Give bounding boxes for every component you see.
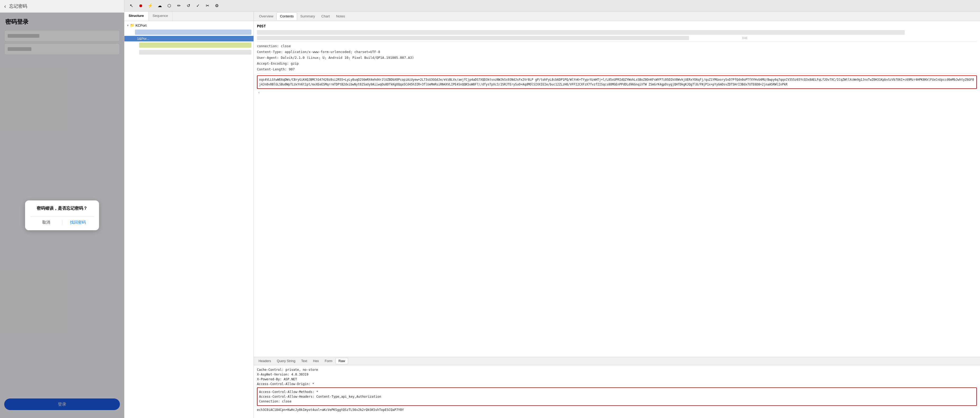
tree-item-selected[interactable]: 1&Por... <box>124 36 253 41</box>
request-url-blurred <box>257 30 905 35</box>
detail-panel: Overview Contents Summary Chart Notes PO… <box>254 12 980 418</box>
resp-cors-headers: Access-Control-Allow-Headers: Content-Ty… <box>259 394 975 399</box>
refresh-icon[interactable]: ↺ <box>185 2 192 10</box>
stop-icon[interactable]: ⬡ <box>165 2 173 10</box>
resp-header-cache: Cache-Control: private, no-store <box>257 367 977 372</box>
page-title: 忘记密码 <box>9 3 27 9</box>
mobile-content: 密码登录 密码错误，是否忘记密码？ 取消 找回密码 登录 <box>0 13 124 418</box>
resp-cors-methods: Access-Control-Allow-Methods: * <box>259 390 975 394</box>
sub-tabs-bar: Headers Query String Text Hex Form Raw <box>254 357 980 365</box>
tab-chart[interactable]: Chart <box>318 13 333 20</box>
request-body-highlighted: xqs4VLLGtwWE6qDWs/CBryGiK4QJBMCtG47420z8… <box>257 75 977 89</box>
settings-icon[interactable]: ⚙ <box>213 2 221 10</box>
sub-tab-text[interactable]: Text <box>298 358 310 364</box>
tab-structure[interactable]: Structure <box>124 12 148 21</box>
tree-tabs: Structure Sequence <box>124 12 253 21</box>
tab-overview[interactable]: Overview <box>256 13 277 20</box>
tab-contents[interactable]: Contents <box>277 13 297 20</box>
dialog-message: 密码错误，是否忘记密码？ <box>30 206 94 211</box>
expand-icon: ▼ <box>126 24 129 27</box>
capture-icon[interactable]: ⚡ <box>146 2 154 10</box>
header-content-type: Content-Type: application/x-www-form-url… <box>257 49 977 55</box>
tab-notes[interactable]: Notes <box>333 13 348 20</box>
sub-tab-query-string[interactable]: Query String <box>274 358 298 364</box>
tools-icon[interactable]: ✂ <box>204 2 211 10</box>
pointer-icon[interactable]: ↖ <box>127 2 135 10</box>
cancel-button[interactable]: 取消 <box>30 220 62 225</box>
back-button[interactable]: ‹ <box>4 3 6 9</box>
header-user-agent: User-Agent: Dalvik/2.1.0 (Linux; U; Andr… <box>257 55 977 60</box>
tree-label-kcport: KCPort <box>135 24 146 27</box>
tree-label-selected: 1&Por... <box>137 36 149 41</box>
response-body: ech3C0iAC184Cpn+KwHcJy0kImyot4uxl+aKcVeP… <box>257 407 977 412</box>
tree-panel: Structure Sequence ▼ 📁 KCPort <box>124 12 254 418</box>
scroll-left-icon[interactable]: ‹ <box>257 90 261 95</box>
right-panel: ↖ ⏺ ⚡ ☁ ⬡ ✏ ↺ ✓ ✂ ⚙ Structure Sequence ▼… <box>124 0 980 418</box>
tree-item-root[interactable]: ▼ 📁 KCPort <box>124 22 253 28</box>
left-panel: ‹ 忘记密码 密码登录 密码错误，是否忘记密码？ 取消 找回密码 登录 <box>0 0 124 418</box>
header-accept-encoding: Accept-Encoding: gzip <box>257 61 977 66</box>
resp-header-aspnet: X-AspNet-Version: 4.0.30319 <box>257 372 977 377</box>
tab-sequence[interactable]: Sequence <box>148 12 173 21</box>
dialog-buttons: 取消 找回密码 <box>30 217 94 225</box>
pen-icon[interactable]: ✏ <box>175 2 183 10</box>
dialog-box: 密码错误，是否忘记密码？ 取消 找回密码 <box>25 200 99 230</box>
inspector-body: Structure Sequence ▼ 📁 KCPort <box>124 12 980 418</box>
check-icon[interactable]: ✓ <box>194 2 202 10</box>
sub-tab-form[interactable]: Form <box>322 358 335 364</box>
cloud-icon[interactable]: ☁ <box>156 2 164 10</box>
resp-header-powered: X-Powered-By: ASP.NET <box>257 377 977 382</box>
mobile-header: ‹ 忘记密码 <box>0 0 124 13</box>
http-method: POST <box>257 23 977 29</box>
header-connection: connection: close <box>257 44 977 49</box>
detail-tabs: Overview Contents Summary Chart Notes <box>254 12 980 21</box>
tree-content: ▼ 📁 KCPort 1&Por... <box>124 21 253 418</box>
tab-summary[interactable]: Summary <box>297 13 318 20</box>
resp-connection: Connection: close <box>259 399 975 404</box>
record-icon[interactable]: ⏺ <box>137 2 145 10</box>
response-headers-highlighted: Access-Control-Allow-Methods: * Access-C… <box>257 387 977 406</box>
confirm-button[interactable]: 找回密码 <box>62 220 94 225</box>
resp-header-cors-origin: Access-Control-Allow-Origin: * <box>257 382 977 386</box>
sub-tab-raw[interactable]: Raw <box>336 358 348 364</box>
folder-icon: 📁 <box>130 23 134 27</box>
detail-content: POST D4E connection: close Content-Type:… <box>254 21 980 357</box>
response-content: Cache-Control: private, no-store X-AspNe… <box>254 365 980 418</box>
sub-tab-hex[interactable]: Hex <box>310 358 321 364</box>
sub-tab-headers[interactable]: Headers <box>256 358 274 364</box>
toolbar: ↖ ⏺ ⚡ ☁ ⬡ ✏ ↺ ✓ ✂ ⚙ <box>124 0 980 12</box>
header-content-length: Content-Length: 907 <box>257 67 977 72</box>
dialog-overlay: 密码错误，是否忘记密码？ 取消 找回密码 <box>0 13 124 418</box>
